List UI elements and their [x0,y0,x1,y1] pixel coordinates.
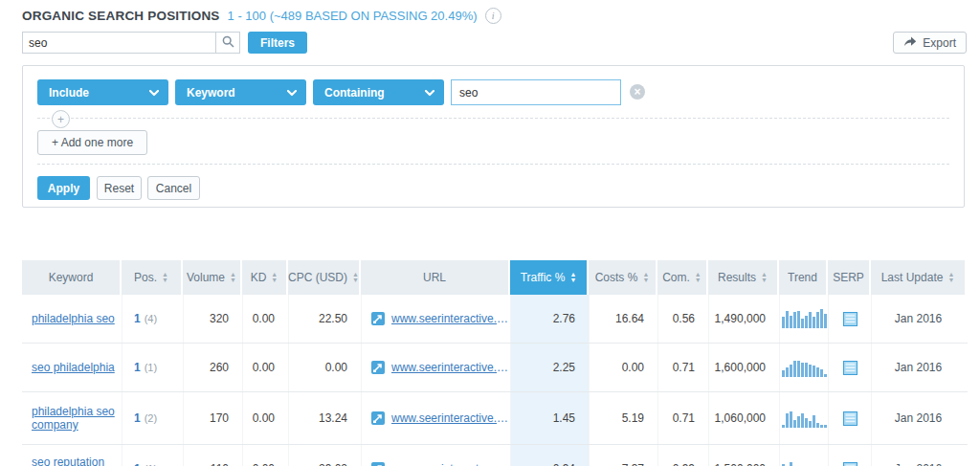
column-label: Traffic % [521,271,566,284]
info-icon[interactable]: i [485,8,501,24]
column-label: Com. [662,271,690,284]
traffic-cell: 0.94 [510,445,589,466]
column-label: Results [718,271,756,284]
sort-icon [230,272,236,283]
results-cell: 1,500,000 [708,445,779,466]
position-cell: 1(4) [122,295,183,343]
column-label: Costs % [595,271,638,284]
table-header-row: Keyword Pos. Volume KD CPC (USD) URL Tra… [22,260,968,295]
cpc-cell: 0.00 [288,344,361,391]
last-update-cell: Jan 2016 [871,445,965,466]
search-button[interactable] [215,33,239,53]
keyword-link[interactable]: seo reputation management [32,455,116,466]
kd-cell: 0.00 [242,445,288,466]
filter-value-input[interactable] [451,79,621,105]
external-link-icon[interactable] [371,312,385,325]
column-header-costs[interactable]: Costs % [589,260,657,295]
serp-icon[interactable] [843,361,858,375]
volume-cell: 320 [183,295,242,343]
column-label: Trend [788,271,817,284]
chevron-down-icon [149,86,159,100]
column-header-url[interactable]: URL [361,260,510,295]
url-link[interactable]: www.seerinteractive.com/ [391,411,510,425]
reset-button[interactable]: Reset [97,176,142,200]
position-value: 1 [134,312,141,325]
costs-cell: 0.00 [589,344,657,391]
com-cell: 0.71 [657,392,708,444]
last-update-cell: Jan 2016 [871,295,965,343]
apply-button[interactable]: Apply [37,176,90,200]
export-button[interactable]: Export [893,32,967,54]
external-link-icon[interactable] [371,411,385,425]
position-cell: 1(1) [122,344,183,391]
search-input[interactable] [23,33,215,53]
column-header-volume[interactable]: Volume [183,260,242,295]
position-diff: (4) [145,313,157,324]
column-header-keyword[interactable]: Keyword [22,260,122,295]
dashed-divider [37,164,949,165]
table-row: philadelphia seo company 1(2) 170 0.00 1… [22,392,968,445]
sort-icon [695,272,702,283]
sort-icon [162,272,168,283]
position-cell: 1(1) [122,445,183,466]
keyword-link[interactable]: seo philadelphia [32,361,115,374]
table-row: philadelphia seo 1(4) 320 0.00 22.50 www… [22,295,968,344]
results-range[interactable]: 1 - 100 (~489 BASED ON PASSING 20.49%) [228,9,478,23]
cancel-button[interactable]: Cancel [147,176,200,200]
keyword-link[interactable]: philadelphia seo company [32,405,116,432]
column-header-com[interactable]: Com. [657,260,708,295]
trend-sparkline [782,409,827,428]
cpc-cell: 22.50 [288,295,361,343]
results-cell: 1,490,000 [708,295,779,343]
costs-cell: 7.37 [589,445,657,466]
keyword-link[interactable]: philadelphia seo [32,312,115,325]
organic-search-positions-page: ORGANIC SEARCH POSITIONS 1 - 100 (~489 B… [0,0,980,466]
positions-table: Keyword Pos. Volume KD CPC (USD) URL Tra… [22,260,968,466]
table-row: seo philadelphia 1(1) 260 0.00 0.00 www.… [22,344,968,392]
filters-button[interactable]: Filters [248,32,307,54]
position-value: 1 [134,361,141,374]
column-label: KD [251,271,267,284]
com-cell: 0.56 [657,295,708,343]
report-header: ORGANIC SEARCH POSITIONS 1 - 100 (~489 B… [22,8,501,24]
remove-filter-icon[interactable]: × [630,84,645,100]
last-update-cell: Jan 2016 [871,392,965,444]
url-link[interactable]: www.seerinteractive.com/ [391,312,510,325]
column-label: Last Update [881,271,944,284]
serp-icon[interactable] [843,312,858,326]
sort-icon [761,272,768,283]
trend-sparkline [782,358,827,377]
export-arrow-icon [903,35,917,50]
position-diff: (1) [145,362,157,373]
column-header-traffic[interactable]: Traffic % [510,260,589,295]
costs-cell: 5.19 [589,392,657,444]
column-header-kd[interactable]: KD [242,260,288,295]
results-cell: 1,600,000 [708,344,779,391]
column-header-cpc[interactable]: CPC (USD) [288,260,361,295]
filter-operator-dropdown[interactable]: Containing [313,79,444,105]
filter-field-value: Keyword [187,86,235,100]
export-label: Export [923,36,956,50]
keyword-search-box [22,32,240,54]
plus-icon[interactable]: + [52,110,70,128]
column-label: Pos. [134,271,157,284]
filter-condition-dropdown[interactable]: Include [37,79,168,105]
external-link-icon[interactable] [371,462,385,466]
url-link[interactable]: www.seerinteractive.com/ [391,361,510,374]
sort-icon [947,272,954,283]
sort-icon [642,272,649,283]
traffic-cell: 1.45 [510,392,589,444]
add-one-more-button[interactable]: + Add one more [37,130,147,155]
column-header-results[interactable]: Results [708,260,779,295]
results-cell: 1,060,000 [708,392,779,444]
volume-cell: 170 [183,392,242,444]
external-link-icon[interactable] [371,361,385,374]
url-link[interactable]: www.seerinteract...ement/ [391,462,510,466]
sort-icon [569,272,576,283]
column-header-pos[interactable]: Pos. [122,260,183,295]
serp-icon[interactable] [843,411,858,426]
serp-icon[interactable] [843,462,858,466]
filter-field-dropdown[interactable]: Keyword [175,79,306,105]
kd-cell: 0.00 [242,295,288,343]
column-header-last-update[interactable]: Last Update [871,260,965,295]
